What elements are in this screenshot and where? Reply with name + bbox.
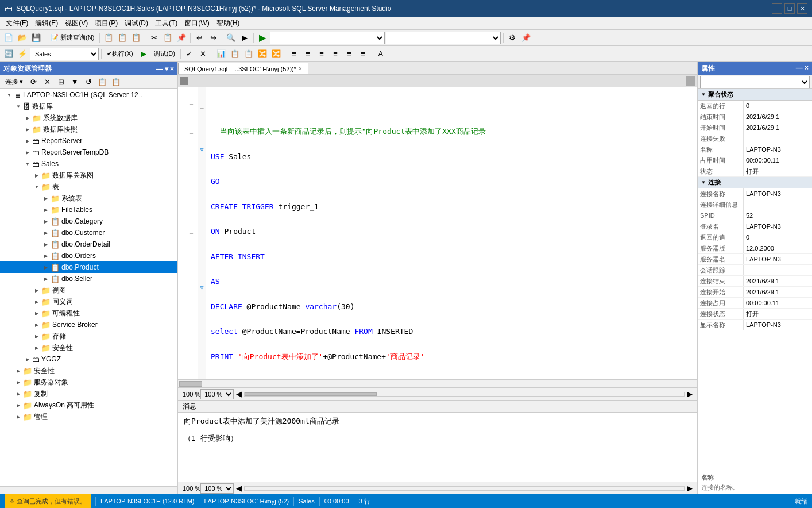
management-node[interactable]: 📁 管理 <box>0 411 177 422</box>
msg-zoom-dropdown[interactable]: 100 % <box>200 483 234 494</box>
new-file-btn[interactable]: 📄 <box>2 32 15 44</box>
restore-button[interactable]: □ <box>784 3 795 14</box>
alwayson-node[interactable]: 📁 AlwaysOn 高可用性 <box>0 399 177 411</box>
btn-a[interactable]: 🔄 <box>2 48 15 60</box>
close-button[interactable]: ✕ <box>797 3 807 14</box>
sys-tables-node[interactable]: 📁 系统表 <box>0 193 177 204</box>
menu-file[interactable]: 文件(F) <box>2 17 32 29</box>
oe-btn6[interactable]: 📋 <box>110 76 122 88</box>
window-controls[interactable]: ─ □ ✕ <box>772 3 807 14</box>
servicebroker-node[interactable]: 📁 Service Broker <box>0 319 177 330</box>
dbdiag-expand[interactable] <box>32 171 41 180</box>
mgmt-expand[interactable] <box>14 412 23 421</box>
rsTemp-node[interactable]: 🗃 ReportServerTempDB <box>0 147 177 158</box>
cut-btn[interactable]: ✂ <box>148 32 160 44</box>
h-scroll-bar[interactable] <box>244 392 685 397</box>
syst-expand[interactable] <box>41 194 51 203</box>
btn5[interactable]: 📋 <box>130 32 142 44</box>
tables-expand[interactable] <box>32 182 41 191</box>
sell-expand[interactable] <box>41 274 51 283</box>
undo-btn[interactable]: ↩ <box>193 32 206 44</box>
yggz-node[interactable]: 🗃 YGGZ <box>0 353 177 365</box>
db-selector[interactable]: Sales <box>30 48 99 60</box>
zoom-left-btn[interactable]: ◀ <box>236 390 242 398</box>
prog-expand[interactable] <box>32 309 41 318</box>
sysdb-expand[interactable] <box>23 113 32 122</box>
cancel-btn[interactable]: ✕ <box>197 48 210 60</box>
code-editor[interactable]: ─ ─ ─ ─ <box>178 87 697 379</box>
filetables-node[interactable]: 📁 FileTables <box>0 204 177 215</box>
tb-misc4[interactable]: 🔀 <box>256 48 269 60</box>
syn-expand[interactable] <box>32 297 41 306</box>
tb-misc10[interactable]: ≡ <box>343 48 355 60</box>
oe-btn4[interactable]: ↺ <box>82 76 95 88</box>
editor-tab[interactable]: SQLQuery1.sql - ...3SLOC1H\myj (52))* × <box>178 63 308 74</box>
prop-selector[interactable]: 当前连接参数 <box>700 76 810 88</box>
tb-misc6[interactable]: ≡ <box>288 48 300 60</box>
debug-btn[interactable]: 调试(D) <box>151 48 178 60</box>
rs-expand[interactable] <box>23 136 32 145</box>
serverobj-node[interactable]: 📁 服务器对象 <box>0 376 177 388</box>
tab-close[interactable]: × <box>299 66 302 72</box>
so-expand[interactable] <box>14 378 23 387</box>
tb-misc8[interactable]: ≡ <box>315 48 328 60</box>
parse-btn[interactable]: ✓ <box>183 48 196 60</box>
agg-collapse[interactable]: ▼ <box>701 92 706 97</box>
orders-node[interactable]: 📋 dbo.Orders <box>0 250 177 261</box>
msg-scroll-right[interactable]: ▶ <box>687 484 693 492</box>
oe-btn5[interactable]: 📋 <box>96 76 109 88</box>
category-node[interactable]: 📋 dbo.Category <box>0 215 177 227</box>
reportserver-node[interactable]: 🗃 ReportServer <box>0 135 177 147</box>
tb-misc1[interactable]: 📊 <box>215 48 227 60</box>
tb-misc2[interactable]: 📋 <box>229 48 241 60</box>
msg-scrollbar[interactable] <box>244 486 685 491</box>
menu-view[interactable]: 视图(V) <box>61 17 91 29</box>
customer-node[interactable]: 📋 dbo.Customer <box>0 227 177 238</box>
ao-expand[interactable] <box>14 401 23 410</box>
product-node[interactable]: 📋 dbo.Product <box>0 261 177 273</box>
system-db-node[interactable]: 📁 系统数据库 <box>0 112 177 124</box>
orderdetail-node[interactable]: 📋 dbo.OrderDetail <box>0 238 177 250</box>
tree-area[interactable]: 🖥 LAPTOP-N3SLOC1H (SQL Server 12 . 🗄 数据库… <box>0 89 177 486</box>
open-btn[interactable]: 📂 <box>16 32 29 44</box>
code-content[interactable]: --当向该表中插入一条新商品记录后，则提示"向Product表中添加了XXX商品… <box>206 87 697 379</box>
server-dropdown[interactable] <box>270 32 385 44</box>
tb-misc7[interactable]: ≡ <box>301 48 314 60</box>
tb-misc12[interactable]: A <box>374 48 387 60</box>
synonyms-node[interactable]: 📁 同义词 <box>0 296 177 307</box>
rst-expand[interactable] <box>23 148 32 157</box>
btn7[interactable]: ▶ <box>238 32 251 44</box>
views-node[interactable]: 📁 视图 <box>0 284 177 296</box>
property-btn[interactable]: ⚙ <box>506 32 519 44</box>
storage-node[interactable]: 📁 存储 <box>0 330 177 342</box>
menu-debug[interactable]: 调试(D) <box>121 17 152 29</box>
cat-expand[interactable] <box>41 217 51 226</box>
connect-btn[interactable]: 连接 ▾ <box>2 76 26 88</box>
cust-expand[interactable] <box>41 228 51 237</box>
btn3[interactable]: 📋 <box>102 32 115 44</box>
seller-node[interactable]: 📋 dbo.Seller <box>0 273 177 284</box>
databases-node[interactable]: 🗄 数据库 <box>0 101 177 112</box>
paste-btn[interactable]: 📌 <box>175 32 188 44</box>
msg-scroll-left[interactable]: ◀ <box>236 484 242 492</box>
minimize-button[interactable]: ─ <box>772 3 782 14</box>
copy-btn[interactable]: 📋 <box>161 32 174 44</box>
btn6[interactable]: 🔍 <box>225 32 237 44</box>
oe-filter-btn[interactable]: ▼ <box>68 76 81 88</box>
sales-expand[interactable] <box>23 159 32 168</box>
query-dropdown[interactable] <box>386 32 501 44</box>
dbdiagram-node[interactable]: 📁 数据库关系图 <box>0 170 177 181</box>
stor-expand[interactable] <box>32 332 41 341</box>
sales-security-node[interactable]: 📁 安全性 <box>0 342 177 353</box>
ord-expand[interactable] <box>41 251 51 260</box>
run-btn[interactable]: ✔ 执行(X) <box>104 48 136 60</box>
ft-expand[interactable] <box>41 205 51 214</box>
execute-query-btn[interactable]: ▶ <box>256 32 269 44</box>
tables-node[interactable]: 📁 表 <box>0 181 177 193</box>
oe-btn2[interactable]: ✕ <box>41 76 53 88</box>
yggz-expand[interactable] <box>23 355 32 364</box>
btn-b[interactable]: ⚡ <box>16 48 29 60</box>
server-node[interactable]: 🖥 LAPTOP-N3SLOC1H (SQL Server 12 . <box>0 89 177 101</box>
replication-node[interactable]: 📁 复制 <box>0 388 177 399</box>
new-query-btn[interactable]: 📝 新建查询(N) <box>48 32 97 44</box>
